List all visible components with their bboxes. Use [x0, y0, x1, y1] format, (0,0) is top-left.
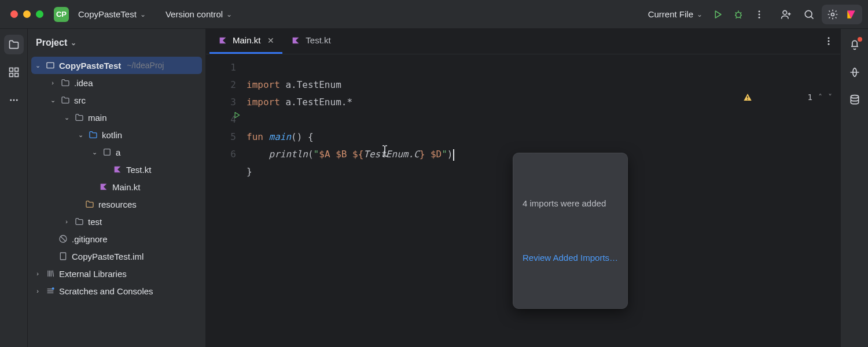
- right-tool-strip: [840, 29, 868, 347]
- project-panel-header[interactable]: Project ⌄: [28, 29, 205, 57]
- svg-rect-23: [748, 99, 748, 99]
- tree-item-main-kt[interactable]: Main.kt: [31, 178, 202, 195]
- close-icon[interactable]: ✕: [267, 36, 274, 45]
- chevron-right-icon[interactable]: ›: [62, 218, 71, 225]
- structure-tool-button[interactable]: [4, 62, 24, 82]
- tree-item-iml[interactable]: CopyPasteTest.iml: [31, 248, 202, 265]
- code-token: main: [269, 131, 292, 142]
- tab-label: Main.kt: [233, 35, 260, 45]
- tree-item-gitignore[interactable]: .gitignore: [31, 230, 202, 248]
- tree-label: Scratches and Consoles: [59, 286, 153, 296]
- code-token: a.TestEnum: [280, 79, 341, 90]
- svg-rect-17: [60, 253, 65, 260]
- gutter[interactable]: 1 2 3 4 5 6: [206, 54, 247, 347]
- project-name: CopyPasteTest: [78, 9, 137, 19]
- warning-count: 1: [808, 88, 812, 106]
- tree-item-test[interactable]: › test: [31, 213, 202, 230]
- run-config-selector[interactable]: Current File ⌄: [643, 7, 707, 21]
- inspections-widget[interactable]: 1 ˄ ˅: [743, 58, 832, 136]
- tree-label: test: [88, 217, 102, 227]
- tree-label: CopyPasteTest: [59, 61, 121, 71]
- run-config-label: Current File: [648, 9, 693, 19]
- editor: Main.kt ✕ Test.kt 1 2 3 4: [206, 29, 840, 347]
- window-minimize-button[interactable]: [23, 10, 31, 18]
- run-gutter-icon[interactable]: [233, 111, 241, 119]
- search-everywhere-button[interactable]: [799, 4, 819, 25]
- more-tools-button[interactable]: [4, 90, 24, 110]
- tree-label: External Libraries: [59, 269, 127, 279]
- svg-point-5: [805, 10, 812, 17]
- tab-test-kt[interactable]: Test.kt: [282, 28, 339, 54]
- tree-item-idea[interactable]: › .idea: [31, 74, 202, 91]
- kotlin-file-icon: [290, 36, 301, 45]
- vcs-label: Version control: [165, 9, 223, 19]
- code-token: () {: [291, 131, 314, 142]
- file-icon: [58, 252, 68, 261]
- notifications-button[interactable]: [845, 35, 865, 54]
- project-badge: CP: [54, 7, 69, 22]
- kotlin-file-icon: [112, 165, 123, 174]
- run-button[interactable]: [707, 4, 728, 25]
- tree-label: a: [116, 147, 120, 157]
- svg-rect-9: [9, 73, 13, 77]
- chevron-down-icon[interactable]: ⌄: [76, 131, 84, 139]
- database-tool-button[interactable]: [845, 90, 865, 110]
- chevron-right-icon[interactable]: ›: [34, 270, 42, 277]
- svg-point-21: [828, 43, 830, 45]
- folder-icon: [60, 95, 71, 105]
- code-token: [347, 149, 352, 160]
- tab-main-kt[interactable]: Main.kt ✕: [209, 28, 282, 54]
- tree-label: main: [88, 113, 107, 123]
- tree-item-kotlin[interactable]: ⌄ kotlin: [31, 126, 202, 143]
- code-token: println: [269, 149, 308, 160]
- settings-button[interactable]: [825, 7, 840, 22]
- review-imports-link[interactable]: Review Added Imports…: [523, 249, 618, 267]
- svg-point-12: [13, 99, 14, 101]
- editor-body[interactable]: 1 2 3 4 5 6 import a.TestEnum import a.T…: [206, 54, 840, 347]
- window-zoom-button[interactable]: [36, 10, 43, 18]
- tree-item-test-kt[interactable]: Test.kt: [31, 161, 202, 178]
- tree-label: src: [74, 95, 86, 105]
- tree-item-scratches[interactable]: › Scratches and Consoles: [31, 282, 202, 300]
- chevron-down-icon: ⌄: [226, 10, 232, 19]
- tree-item-resources[interactable]: resources: [31, 195, 202, 213]
- tree-path: ~/IdeaProj: [127, 61, 164, 70]
- ai-assistant-button[interactable]: [845, 62, 865, 82]
- line-number: 5: [206, 128, 236, 146]
- debug-button[interactable]: [728, 4, 749, 25]
- svg-rect-7: [9, 68, 13, 72]
- window-close-button[interactable]: [10, 10, 18, 18]
- tree-root[interactable]: ⌄ CopyPasteTest ~/IdeaProj: [31, 57, 202, 74]
- resources-folder-icon: [84, 200, 95, 209]
- vcs-menu[interactable]: Version control ⌄: [161, 7, 237, 21]
- workspace: Project ⌄ ⌄ CopyPasteTest ~/IdeaProj › .…: [0, 29, 868, 347]
- chevron-right-icon[interactable]: ›: [49, 79, 57, 86]
- package-icon: [102, 147, 112, 157]
- module-icon: [45, 61, 56, 70]
- chevron-down-icon[interactable]: ⌄: [49, 97, 57, 104]
- svg-point-24: [851, 95, 858, 98]
- tree-item-pkg-a[interactable]: ⌄ a: [31, 143, 202, 161]
- next-highlight-icon[interactable]: ˅: [828, 88, 832, 106]
- code-token: import: [247, 79, 280, 90]
- project-tool-button[interactable]: [4, 35, 24, 54]
- code-token: (: [308, 149, 314, 160]
- chevron-right-icon[interactable]: ›: [34, 287, 42, 294]
- more-actions-button[interactable]: [749, 4, 770, 25]
- project-selector[interactable]: CopyPasteTest ⌄: [73, 7, 150, 21]
- tree-item-main[interactable]: ⌄ main: [31, 109, 202, 126]
- chevron-down-icon[interactable]: ⌄: [90, 149, 98, 156]
- kotlin-file-icon: [218, 36, 228, 45]
- code-with-me-button[interactable]: [775, 4, 796, 25]
- chevron-down-icon[interactable]: ⌄: [62, 114, 71, 121]
- svg-point-6: [832, 13, 834, 16]
- tree-item-ext-lib[interactable]: › External Libraries: [31, 265, 202, 282]
- prev-highlight-icon[interactable]: ˄: [818, 88, 822, 106]
- code-area[interactable]: import a.TestEnum import a.TestEnum.* fu…: [247, 54, 840, 347]
- chevron-down-icon[interactable]: ⌄: [34, 62, 42, 69]
- tree-item-src[interactable]: ⌄ src: [31, 91, 202, 109]
- project-tree[interactable]: ⌄ CopyPasteTest ~/IdeaProj › .idea ⌄ src…: [28, 57, 205, 305]
- editor-tabs-more[interactable]: [817, 28, 840, 54]
- svg-rect-8: [14, 68, 18, 72]
- jetbrains-toolbox-icon[interactable]: [844, 7, 859, 22]
